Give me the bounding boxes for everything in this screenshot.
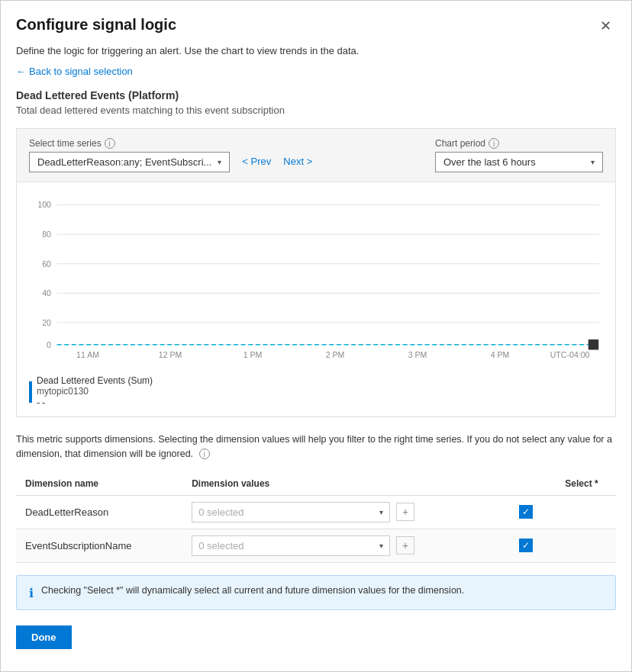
checkmark-icon-2: ✓ xyxy=(522,540,530,551)
chart-svg: 100 80 60 40 20 0 11 AM 12 PM xyxy=(29,191,603,367)
svg-text:12 PM: 12 PM xyxy=(159,350,182,359)
time-series-label: Select time series i xyxy=(29,138,315,149)
chart-legend: Dead Lettered Events (Sum) mytopic0130 -… xyxy=(29,375,603,410)
legend-dash: -- xyxy=(37,397,153,409)
chart-container: 100 80 60 40 20 0 11 AM 12 PM xyxy=(29,191,603,369)
dim-values-cell-2: 0 selected ▾ + xyxy=(182,529,505,562)
dim-checkbox-cell-2: ✓ xyxy=(505,529,547,562)
done-button[interactable]: Done xyxy=(16,625,72,649)
info-banner: ℹ Checking "Select *" will dynamically s… xyxy=(16,575,616,610)
dim-values-cell: 0 selected ▾ + xyxy=(182,495,505,529)
dim-values-dropdown-1[interactable]: 0 selected ▾ xyxy=(192,502,390,522)
time-series-value: DeadLetterReason:any; EventSubscri... xyxy=(37,156,211,168)
dialog-title: Configure signal logic xyxy=(16,16,176,34)
checkmark-icon-1: ✓ xyxy=(522,506,530,517)
dim-add-button-2[interactable]: + xyxy=(396,536,414,555)
time-series-info-icon[interactable]: i xyxy=(105,138,115,149)
svg-text:0: 0 xyxy=(47,340,51,349)
col-header-name: Dimension name xyxy=(16,472,182,496)
signal-description: Total dead lettered events matching to t… xyxy=(16,104,616,116)
svg-rect-13 xyxy=(588,339,598,349)
legend-series-sub: mytopic0130 xyxy=(37,386,153,397)
svg-text:20: 20 xyxy=(42,318,51,327)
controls-row: Select time series i DeadLetterReason:an… xyxy=(16,128,616,182)
arrow-left-icon: ← xyxy=(16,66,26,77)
dim-name-eventsubscription: EventSubscriptionName xyxy=(16,529,182,562)
col-header-select: Select * xyxy=(547,472,616,496)
dialog-header: Configure signal logic ✕ xyxy=(16,16,616,36)
dimension-info-icon[interactable]: i xyxy=(199,449,210,459)
back-link-label: Back to signal selection xyxy=(29,66,133,77)
col-header-values: Dimension values xyxy=(182,472,547,496)
dim-dropdown-chevron-2: ▾ xyxy=(379,542,383,550)
chart-area: 100 80 60 40 20 0 11 AM 12 PM xyxy=(16,182,616,417)
dim-values-placeholder-2: 0 selected xyxy=(198,540,243,551)
dimension-info-text: This metric supports dimensions. Selecti… xyxy=(16,432,616,461)
svg-text:40: 40 xyxy=(42,288,51,297)
time-series-dropdown[interactable]: DeadLetterReason:any; EventSubscri... ▾ xyxy=(29,152,230,172)
legend-color-bar xyxy=(29,381,32,403)
svg-text:11 AM: 11 AM xyxy=(76,350,99,359)
info-banner-icon: ℹ xyxy=(29,586,34,600)
next-button[interactable]: Next > xyxy=(280,153,315,170)
back-to-signal-link[interactable]: ← Back to signal selection xyxy=(16,66,133,77)
time-series-group: Select time series i DeadLetterReason:an… xyxy=(29,138,315,172)
chart-period-dropdown[interactable]: Over the last 6 hours ▾ xyxy=(435,152,603,172)
nav-buttons: < Prev Next > xyxy=(239,153,315,172)
chart-period-chevron-icon: ▾ xyxy=(591,158,595,166)
dim-values-dropdown-2[interactable]: 0 selected ▾ xyxy=(192,535,390,556)
svg-text:3 PM: 3 PM xyxy=(408,350,427,359)
signal-name: Dead Lettered Events (Platform) xyxy=(16,89,616,101)
svg-text:1 PM: 1 PM xyxy=(243,350,263,359)
table-row: DeadLetterReason 0 selected ▾ + ✓ xyxy=(16,495,616,529)
svg-text:100: 100 xyxy=(37,200,51,209)
chart-period-group: Chart period i Over the last 6 hours ▾ xyxy=(435,138,603,172)
svg-text:4 PM: 4 PM xyxy=(491,350,510,359)
chart-period-value: Over the last 6 hours xyxy=(443,156,536,168)
dim-name-deadletter: DeadLetterReason xyxy=(16,495,182,529)
prev-button[interactable]: < Prev xyxy=(239,153,274,170)
dim-checkbox-cell-1: ✓ xyxy=(505,495,547,529)
dimension-table: Dimension name Dimension values Select *… xyxy=(16,472,616,563)
svg-text:UTC-04:00: UTC-04:00 xyxy=(550,350,590,359)
dim-values-placeholder-1: 0 selected xyxy=(198,506,243,518)
select-all-checkbox-2[interactable]: ✓ xyxy=(519,539,533,552)
select-all-checkbox-1[interactable]: ✓ xyxy=(519,505,533,519)
table-row: EventSubscriptionName 0 selected ▾ + ✓ xyxy=(16,529,616,562)
svg-text:60: 60 xyxy=(42,259,51,268)
chart-period-label: Chart period i xyxy=(435,138,603,149)
dim-add-button-1[interactable]: + xyxy=(396,503,414,521)
description-text: Define the logic for triggering an alert… xyxy=(16,45,616,56)
info-banner-text: Checking "Select *" will dynamically sel… xyxy=(41,585,464,596)
chart-period-info-icon[interactable]: i xyxy=(489,138,499,149)
legend-item: Dead Lettered Events (Sum) mytopic0130 -… xyxy=(29,375,603,409)
svg-text:80: 80 xyxy=(42,230,51,239)
close-button[interactable]: ✕ xyxy=(595,16,616,36)
time-series-chevron-icon: ▾ xyxy=(218,158,221,166)
dim-dropdown-chevron-1: ▾ xyxy=(379,508,383,516)
svg-text:2 PM: 2 PM xyxy=(326,350,345,359)
legend-series-name: Dead Lettered Events (Sum) xyxy=(37,375,153,386)
configure-signal-dialog: Configure signal logic ✕ Define the logi… xyxy=(0,0,632,672)
